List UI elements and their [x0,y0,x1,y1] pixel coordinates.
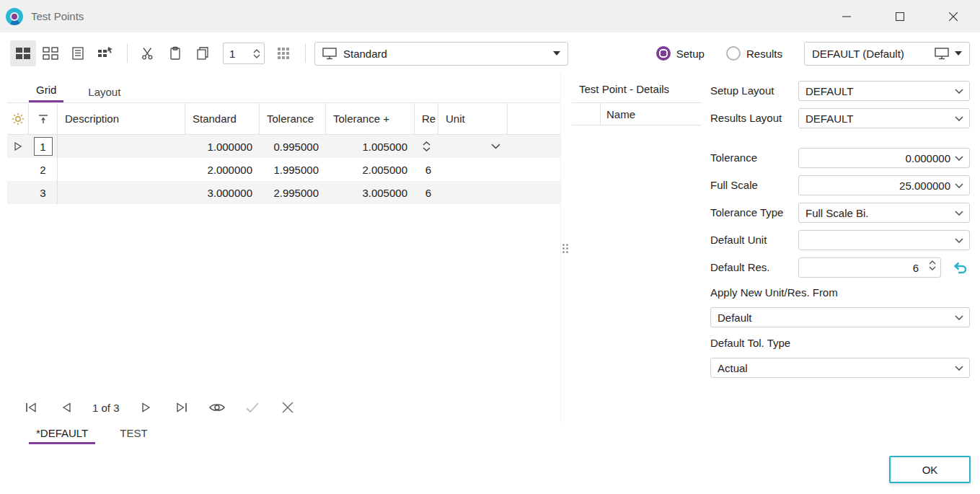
column-header-rownum[interactable] [29,103,58,134]
record-position: 1 of 3 [92,402,120,414]
tolerance-type-dropdown[interactable]: Full Scale Bi. [798,203,970,223]
results-layout-dropdown[interactable]: DEFAULT [798,108,970,128]
row-count-value[interactable]: 1 [224,48,251,60]
panel-splitter[interactable] [561,241,570,255]
row-number[interactable]: 3 [40,187,45,199]
sheet-tab-test[interactable]: TEST [112,423,154,442]
cell-standard[interactable]: 3.000000 [185,181,260,204]
small-grid-button[interactable] [270,40,296,66]
tolerance-label: Tolerance [710,148,757,168]
test-points-grid-panel: Grid Layout Description Standard Toleran… [7,72,561,422]
column-header-description[interactable]: Description [58,103,185,134]
tab-grid[interactable]: Grid [29,78,63,102]
form-view-button[interactable] [65,40,91,66]
layout-profile-dropdown[interactable]: DEFAULT (Default) [804,42,970,66]
row-number[interactable]: 1 [34,137,53,156]
grid-select-button[interactable] [92,40,118,66]
apply-new-unit-dropdown[interactable]: Default [710,307,970,327]
row-number-cell[interactable]: 3 [29,181,58,204]
grid-view-button[interactable] [10,40,36,66]
layout-standard-dropdown[interactable]: Standard [314,42,568,66]
close-button[interactable] [927,0,980,32]
layout-standard-value: Standard [343,48,553,60]
undo-res-button[interactable] [952,260,969,275]
unit-dropdown-chevron-icon[interactable] [491,144,500,149]
setup-layout-value: DEFAULT [805,85,853,97]
first-record-button[interactable] [20,397,42,418]
table-row[interactable]: 3 3.000000 2.995000 3.005000 6 [7,181,560,204]
results-radio-label: Results [746,48,782,60]
cell-tolerance-plus[interactable]: 2.005000 [326,158,415,181]
cell-unit[interactable] [438,158,508,181]
view-record-button[interactable] [206,397,228,418]
cell-tolerance-plus[interactable]: 1.005000 [326,135,415,158]
setup-layout-dropdown[interactable]: DEFAULT [798,81,970,101]
cell-description[interactable] [58,181,185,204]
tolerance-value: 0.000000 [905,152,950,164]
row-count-spinner[interactable]: 1 [223,43,265,64]
default-unit-dropdown[interactable] [798,230,970,250]
setup-radio-item[interactable]: Setup [656,46,705,61]
table-row[interactable]: 1 1.000000 0.995000 1.005000 [7,135,560,158]
chevron-down-icon [955,89,963,94]
cell-standard[interactable]: 2.000000 [185,158,260,181]
cell-standard[interactable]: 1.000000 [185,135,260,158]
row-number-cell[interactable]: 2 [29,158,58,181]
tab-layout[interactable]: Layout [81,80,128,102]
results-radio-item[interactable]: Results [726,46,782,61]
default-res-spinner[interactable]: 6 [798,257,941,278]
column-header-res[interactable]: Re [415,103,438,134]
copy-icon [195,46,210,61]
minimize-button[interactable] [820,0,873,32]
record-navigator: 1 of 3 [7,393,560,422]
ok-button[interactable]: OK [889,456,971,483]
minimize-icon [842,12,851,21]
previous-record-button[interactable] [56,397,77,418]
column-header-tolerance-plus[interactable]: Tolerance + [326,103,415,134]
cell-description[interactable] [58,158,185,181]
cut-button[interactable] [135,40,161,66]
cell-description[interactable] [58,135,185,158]
maximize-button[interactable] [873,0,927,32]
cell-tolerance-minus[interactable]: 2.995000 [260,181,326,204]
row-number-cell[interactable]: 1 [29,135,58,158]
cell-tolerance-plus[interactable]: 3.005000 [326,181,415,204]
paste-button[interactable] [162,40,188,66]
last-record-button[interactable] [171,397,193,418]
monitor-icon [322,48,337,60]
post-edit-button[interactable] [242,397,263,418]
cell-tolerance-minus[interactable]: 1.995000 [260,158,326,181]
sheet-tab-default[interactable]: *DEFAULT [29,423,95,444]
spinner-arrows[interactable] [251,49,264,58]
column-header-unit[interactable]: Unit [438,103,508,134]
results-radio[interactable] [726,46,741,61]
res-spinner[interactable] [423,141,431,151]
cell-unit[interactable] [438,181,508,204]
default-tol-type-dropdown[interactable]: Actual [710,358,970,378]
row-number[interactable]: 2 [40,164,45,176]
current-row-arrow-icon [14,142,22,151]
cell-unit[interactable] [438,135,508,158]
column-header-tolerance-minus[interactable]: Tolerance [260,103,326,134]
cell-res[interactable] [415,135,438,158]
cell-res[interactable]: 6 [415,158,438,181]
column-header-standard[interactable]: Standard [185,103,260,134]
chevron-down-icon [955,116,963,121]
chevron-down-icon [955,156,963,161]
table-row[interactable]: 2 2.000000 1.995000 2.005000 6 [7,158,560,181]
check-icon [246,402,259,413]
details-title: Test Point - Details [572,74,702,102]
grid-quad-view-button[interactable] [37,40,63,66]
full-scale-dropdown[interactable]: 25.000000 [798,175,970,195]
details-header-row: Name [572,102,702,125]
cell-res[interactable]: 6 [415,181,438,204]
details-name-header[interactable]: Name [601,103,702,125]
tolerance-dropdown[interactable]: 0.000000 [798,148,970,168]
cancel-edit-button[interactable] [277,397,299,418]
copy-button[interactable] [190,40,216,66]
cell-tolerance-minus[interactable]: 0.995000 [260,135,326,158]
next-record-button[interactable] [136,397,157,418]
setup-radio[interactable] [656,46,671,61]
dropdown-arrow-icon [553,51,560,56]
res-spinner-arrows[interactable] [929,260,936,270]
